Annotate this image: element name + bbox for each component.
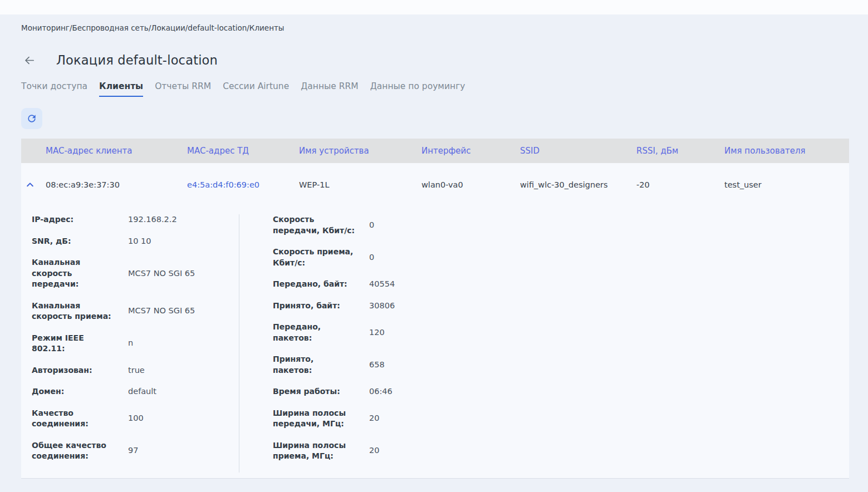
detail-row: Общее качество соединения: 97: [32, 440, 239, 462]
details-left-column: IP-адрес: 192.168.2.2 SNR, дБ: 10 10 Кан…: [21, 214, 239, 473]
detail-row: Ширина полосы приема, МГц: 20: [273, 440, 395, 462]
top-strip: [0, 0, 868, 14]
detail-label: Канальная скорость приема:: [32, 301, 114, 322]
detail-label: Передано, пакетов:: [273, 322, 355, 343]
detail-value: 20: [369, 413, 379, 424]
detail-label: Канальная скорость передачи:: [32, 257, 114, 290]
cell-device-name: WEP-1L: [299, 180, 421, 189]
detail-label: Скорость приема, Кбит/с:: [273, 247, 355, 268]
detail-value: MCS7 NO SGI 65: [128, 268, 195, 279]
detail-value: 40554: [369, 279, 395, 290]
table-header-row: MAC-адрес клиента MAC-адрес ТД Имя устро…: [21, 139, 849, 163]
tab-rrm-reports[interactable]: Отчеты RRM: [155, 81, 211, 97]
detail-row: SNR, дБ: 10 10: [32, 236, 239, 247]
tab-clients[interactable]: Клиенты: [99, 81, 143, 97]
page-title: Локация default-location: [56, 52, 218, 68]
column-header-username: Имя пользователя: [724, 146, 849, 156]
detail-row: Передано, пакетов: 120: [273, 322, 395, 343]
page-header: Локация default-location: [22, 52, 868, 68]
breadcrumb: Мониторинг/Беспроводная сеть/Локации/def…: [21, 23, 868, 32]
arrow-left-icon: [23, 54, 36, 67]
detail-row: IP-адрес: 192.168.2.2: [32, 214, 239, 225]
detail-row: Авторизован: true: [32, 365, 239, 376]
chevron-up-icon: [26, 180, 35, 189]
column-header-interface: Интерфейс: [421, 146, 520, 156]
detail-label: Домен:: [32, 386, 114, 397]
detail-row: Принято, байт: 30806: [273, 301, 395, 312]
refresh-icon: [26, 113, 37, 124]
detail-value: 06:46: [369, 386, 393, 397]
detail-value: 120: [369, 327, 385, 338]
detail-value: MCS7 NO SGI 65: [128, 306, 195, 317]
cell-ssid: wifi_wlc-30_designers: [520, 180, 636, 189]
detail-value: true: [128, 365, 145, 376]
tab-roaming-data[interactable]: Данные по роумингу: [370, 81, 465, 97]
tab-rrm-data[interactable]: Данные RRM: [301, 81, 359, 97]
detail-value: 0: [369, 220, 374, 231]
column-header-rssi: RSSI, дБм: [636, 146, 724, 156]
client-details-panel: IP-адрес: 192.168.2.2 SNR, дБ: 10 10 Кан…: [21, 206, 849, 478]
collapse-row-button[interactable]: [22, 177, 38, 193]
detail-label: Принято, пакетов:: [273, 354, 355, 376]
detail-value: 192.168.2.2: [128, 214, 177, 225]
column-header-ssid: SSID: [520, 146, 636, 156]
table-row: 08:ec:a9:3e:37:30 e4:5a:d4:f0:69:e0 WEP-…: [21, 163, 849, 206]
detail-row: Время работы: 06:46: [273, 386, 395, 397]
detail-label: Время работы:: [273, 386, 355, 397]
cell-rssi: -20: [636, 180, 724, 189]
ap-mac-link[interactable]: e4:5a:d4:f0:69:e0: [187, 180, 259, 189]
detail-label: Ширина полосы передачи, МГц:: [273, 408, 355, 430]
detail-row: Качество соединения: 100: [32, 408, 239, 430]
detail-value: 20: [369, 445, 379, 456]
cell-username: test_user: [724, 180, 849, 189]
detail-label: Авторизован:: [32, 365, 114, 376]
detail-row: Домен: default: [32, 386, 239, 397]
detail-label: Принято, байт:: [273, 301, 355, 312]
detail-row: Канальная скорость приема: MCS7 NO SGI 6…: [32, 301, 239, 322]
detail-row: Передано, байт: 40554: [273, 279, 395, 290]
detail-label: Передано, байт:: [273, 279, 355, 290]
detail-value: 10 10: [128, 236, 151, 247]
tab-airtune-sessions[interactable]: Сессии Airtune: [223, 81, 289, 97]
detail-row: Режим IEEE 802.11: n: [32, 333, 239, 355]
detail-row: Принято, пакетов: 658: [273, 354, 395, 376]
cell-interface: wlan0-va0: [421, 180, 520, 189]
column-header-device-name: Имя устройства: [299, 146, 421, 156]
detail-value: 658: [369, 360, 385, 371]
detail-label: Режим IEEE 802.11:: [32, 333, 114, 355]
tab-bar: Точки доступа Клиенты Отчеты RRM Сессии …: [21, 81, 868, 97]
detail-row: Ширина полосы передачи, МГц: 20: [273, 408, 395, 430]
cell-client-mac: 08:ec:a9:3e:37:30: [46, 180, 187, 189]
detail-value: 0: [369, 252, 374, 263]
column-header-ap-mac: MAC-адрес ТД: [187, 146, 299, 156]
detail-row: Скорость передачи, Кбит/с: 0: [273, 214, 395, 236]
detail-label: IP-адрес:: [32, 214, 114, 225]
column-header-client-mac: MAC-адрес клиента: [46, 146, 187, 156]
refresh-button[interactable]: [21, 108, 42, 129]
detail-label: Общее качество соединения:: [32, 440, 114, 462]
clients-table: MAC-адрес клиента MAC-адрес ТД Имя устро…: [21, 139, 849, 479]
detail-value: 97: [128, 445, 138, 456]
detail-label: Ширина полосы приема, МГц:: [273, 440, 355, 462]
detail-value: n: [128, 338, 133, 349]
detail-row: Канальная скорость передачи: MCS7 NO SGI…: [32, 257, 239, 290]
detail-value: default: [128, 386, 156, 397]
detail-value: 100: [128, 413, 144, 424]
details-right-column: Скорость передачи, Кбит/с: 0 Скорость пр…: [239, 214, 395, 473]
back-button[interactable]: [22, 53, 36, 67]
detail-value: 30806: [369, 301, 395, 312]
detail-row: Скорость приема, Кбит/с: 0: [273, 247, 395, 268]
detail-label: SNR, дБ:: [32, 236, 114, 247]
detail-label: Скорость передачи, Кбит/с:: [273, 214, 355, 236]
detail-label: Качество соединения:: [32, 408, 114, 430]
tab-access-points[interactable]: Точки доступа: [21, 81, 87, 97]
